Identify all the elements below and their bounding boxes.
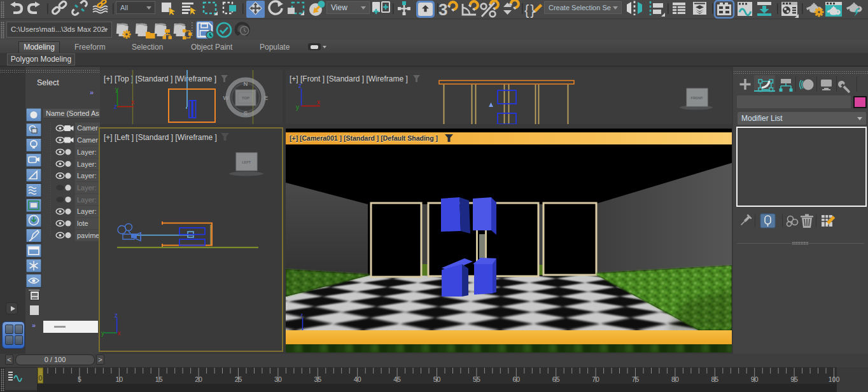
- svg-text:Layer:: Layer:: [77, 184, 97, 192]
- svg-text:S: S: [244, 109, 248, 116]
- svg-text:5: 5: [78, 375, 81, 383]
- svg-text:Layer:: Layer:: [77, 160, 97, 168]
- svg-text:60: 60: [512, 375, 520, 383]
- svg-text:E: E: [264, 94, 268, 101]
- svg-text:55: 55: [473, 375, 480, 383]
- svg-text:40: 40: [354, 375, 361, 383]
- svg-text:TOP: TOP: [242, 96, 249, 100]
- svg-text:70: 70: [592, 375, 599, 383]
- svg-text:30: 30: [274, 375, 282, 383]
- svg-text:LEFT: LEFT: [242, 160, 251, 164]
- svg-text:z: z: [298, 82, 302, 89]
- svg-text:lote: lote: [77, 220, 88, 227]
- svg-text:x: x: [131, 99, 134, 106]
- svg-text:z: z: [300, 312, 303, 318]
- svg-text:y: y: [115, 86, 118, 93]
- svg-text:90: 90: [751, 375, 759, 383]
- svg-text:0: 0: [39, 374, 43, 382]
- svg-text:Camer: Camer: [77, 124, 98, 132]
- svg-text:45: 45: [393, 375, 401, 383]
- svg-text:{ }: { }: [524, 2, 535, 18]
- svg-text:Layer:: Layer:: [77, 172, 97, 179]
- svg-text:80: 80: [671, 375, 679, 383]
- svg-text:z: z: [114, 103, 117, 110]
- svg-text:Layer:: Layer:: [77, 148, 97, 156]
- svg-text:3: 3: [438, 0, 447, 19]
- svg-text:N: N: [244, 80, 248, 87]
- svg-text:20: 20: [195, 375, 202, 383]
- svg-text:95: 95: [790, 375, 798, 383]
- svg-text:65: 65: [552, 375, 560, 383]
- svg-text:100: 100: [829, 375, 840, 383]
- svg-text:15: 15: [155, 375, 163, 383]
- svg-text:25: 25: [235, 375, 242, 383]
- svg-text:FRONT: FRONT: [691, 96, 704, 100]
- svg-text:Camer: Camer: [77, 136, 98, 144]
- svg-text:W: W: [223, 94, 229, 101]
- svg-text:Layer:: Layer:: [77, 207, 97, 215]
- svg-text:35: 35: [314, 375, 321, 383]
- svg-text:Layer:: Layer:: [77, 196, 97, 204]
- svg-text:z: z: [115, 312, 118, 319]
- svg-text:75: 75: [632, 375, 640, 383]
- svg-text:10: 10: [115, 375, 123, 383]
- svg-text:50: 50: [433, 375, 441, 383]
- svg-text:85: 85: [711, 375, 718, 383]
- svg-text:pavime: pavime: [77, 232, 99, 239]
- svg-text:x: x: [118, 330, 121, 337]
- svg-text:x: x: [317, 99, 320, 106]
- svg-text:y: y: [296, 104, 299, 111]
- svg-text:y: y: [101, 330, 104, 337]
